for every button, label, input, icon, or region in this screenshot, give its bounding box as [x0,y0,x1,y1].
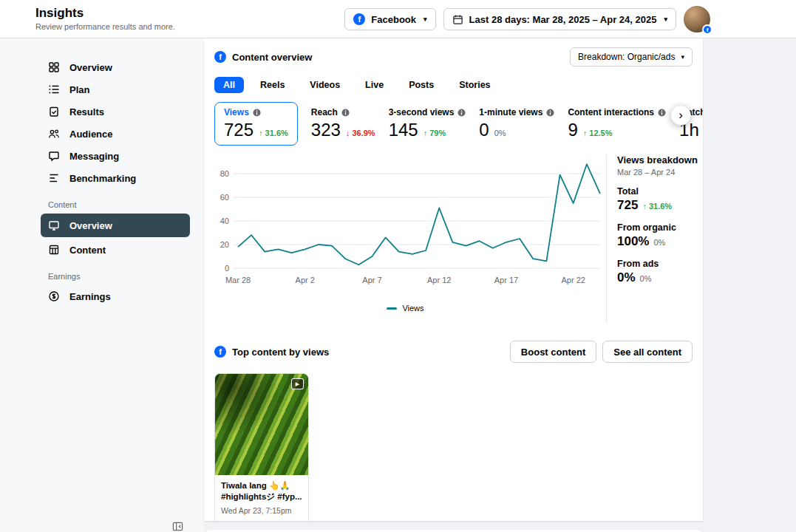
metric-card-1-minute-views[interactable]: 1-minute views 0 0% [479,102,554,146]
svg-text:0: 0 [225,264,229,273]
chat-icon [48,150,60,162]
chevron-down-icon: ▾ [681,53,684,61]
metric-delta: 0% [494,129,506,137]
sidebar-item-content[interactable]: Content [41,239,190,261]
facebook-icon: f [214,51,226,63]
collapse-sidebar-button[interactable] [172,521,184,532]
section-title: Top content by views [232,347,329,358]
sidebar-item-label: Content [69,245,106,256]
legend-line-swatch [387,307,397,310]
sidebar-collapse-icon [172,521,183,532]
sidebar-item-results[interactable]: Results [41,100,190,123]
section-title: Content overview [232,52,312,63]
post-title: Tiwala lang 👆🙏 #highlightsジ #fyp... [221,480,302,502]
chevron-down-icon: ▾ [423,16,427,23]
svg-text:Mar 28: Mar 28 [225,276,251,284]
top-content-title-row: f Top content by views [214,346,329,358]
facebook-icon: f [353,13,365,25]
metric-card-reach[interactable]: Reach 323 ↓ 36.9% [311,102,375,146]
sidebar-item-messaging[interactable]: Messaging [41,145,190,167]
top-post-card[interactable]: ▶ Tiwala lang 👆🙏 #highlightsジ #fyp... We… [214,373,309,521]
sidebar-item-plan[interactable]: Plan [41,78,190,100]
people-icon [48,128,60,140]
date-range-label: Last 28 days: Mar 28, 2025 – Apr 24, 202… [469,14,657,25]
sidebar: Overview Plan Results Audience Messaging… [0,38,204,532]
svg-text:80: 80 [220,169,229,178]
sidebar-item-label: Plan [69,84,89,95]
info-icon [253,109,261,117]
boost-content-button[interactable]: Boost content [510,341,596,363]
views-line-chart: 020406080Mar 28Apr 2Apr 7Apr 12Apr 17Apr… [208,151,608,299]
sidebar-item-label: Audience [69,129,113,140]
breakdown-selector-button[interactable]: Breakdown: Organic/ads ▾ [570,47,693,66]
metric-delta: ↓ 36.9% [346,129,375,137]
metric-label: Views [224,107,249,117]
top-header: Insights Review performance results and … [0,0,796,38]
sidebar-item-audience[interactable]: Audience [41,123,190,145]
metric-label: Reach [311,107,338,117]
svg-text:20: 20 [220,240,229,249]
sidebar-section-content: Content [48,200,190,209]
sidebar-item-earnings[interactable]: Earnings [41,285,190,307]
avatar[interactable]: f [684,6,710,33]
page-selector-button[interactable]: f Facebook ▾ [344,8,435,30]
svg-text:Apr 7: Apr 7 [362,276,381,284]
breakdown-row-value: 100% 0% [617,234,703,249]
metric-card-3-second-views[interactable]: 3-second views 145 ↑ 79% [389,102,466,146]
metric-delta: ↑ 79% [423,129,446,137]
info-icon [457,109,466,117]
tab-videos[interactable]: Videos [301,77,349,93]
tab-posts[interactable]: Posts [400,77,443,93]
svg-text:40: 40 [220,216,229,225]
chevron-down-icon: ▾ [664,16,667,23]
sidebar-item-benchmarking[interactable]: Benchmarking [41,167,190,189]
breakdown-row-value: 0% 0% [617,270,703,285]
tab-reels[interactable]: Reels [251,77,293,93]
sidebar-item-label: Benchmarking [69,173,136,184]
metrics-row: Views 725 ↑ 31.6% Reach 323 ↓ 36.9% 3-se… [204,93,703,146]
header-controls: f Facebook ▾ Last 28 days: Mar 28, 2025 … [344,6,710,33]
sidebar-section-earnings: Earnings [48,272,190,281]
tab-all[interactable]: All [214,77,244,93]
tab-stories[interactable]: Stories [450,77,499,93]
metric-card-content-interactions[interactable]: Content interactions 9 ↑ 12.5% [568,102,666,146]
sidebar-item-content-overview[interactable]: Overview [41,214,190,237]
breakdown-selector-label: Breakdown: Organic/ads [578,52,675,62]
see-all-content-button[interactable]: See all content [602,341,693,363]
views-breakdown-date-range: Mar 28 – Apr 24 [617,168,703,177]
monitor-icon [48,219,60,231]
metrics-next-button[interactable]: › [670,105,691,126]
sidebar-item-label: Overview [69,220,112,231]
page-title-block: Insights Review performance results and … [35,6,175,31]
top-content-actions: Boost content See all content [510,341,693,363]
views-breakdown-title: Views breakdown [617,154,703,166]
video-icon: ▶ [291,378,304,389]
svg-text:Apr 17: Apr 17 [494,276,518,284]
bars-icon [48,172,60,184]
sidebar-item-label: Earnings [69,291,111,302]
content-type-tabs: All Reels Videos Live Posts Stories [204,66,703,93]
dollar-icon [48,290,60,302]
tab-live[interactable]: Live [356,77,392,93]
breakdown-row-label: From ads [617,259,703,269]
sidebar-item-overview[interactable]: Overview [41,56,190,78]
metric-label: Content interactions [568,107,654,117]
list-icon [48,83,60,95]
dashboard-icon [48,61,60,73]
sidebar-item-label: Overview [69,62,112,73]
metric-label: 1-minute views [479,107,542,117]
grid-icon [48,244,60,256]
views-chart-section: 020406080Mar 28Apr 2Apr 7Apr 12Apr 17Apr… [204,151,703,333]
metric-card-views[interactable]: Views 725 ↑ 31.6% [214,102,298,146]
legend-label: Views [402,304,423,313]
metric-value: 9 [568,120,577,140]
svg-text:Apr 12: Apr 12 [427,276,451,284]
chart-legend: Views [204,304,607,313]
page-subtitle: Review performance results and more. [35,22,175,31]
metric-delta: ↑ 12.5% [583,129,613,137]
date-range-button[interactable]: Last 28 days: Mar 28, 2025 – Apr 24, 202… [443,8,676,30]
svg-text:Apr 22: Apr 22 [561,276,585,284]
chevron-right-icon: › [678,109,683,121]
views-breakdown-panel: Views breakdown Mar 28 – Apr 24 Total 72… [606,154,703,323]
post-details: Tiwala lang 👆🙏 #highlightsジ #fyp... Wed … [215,475,308,521]
